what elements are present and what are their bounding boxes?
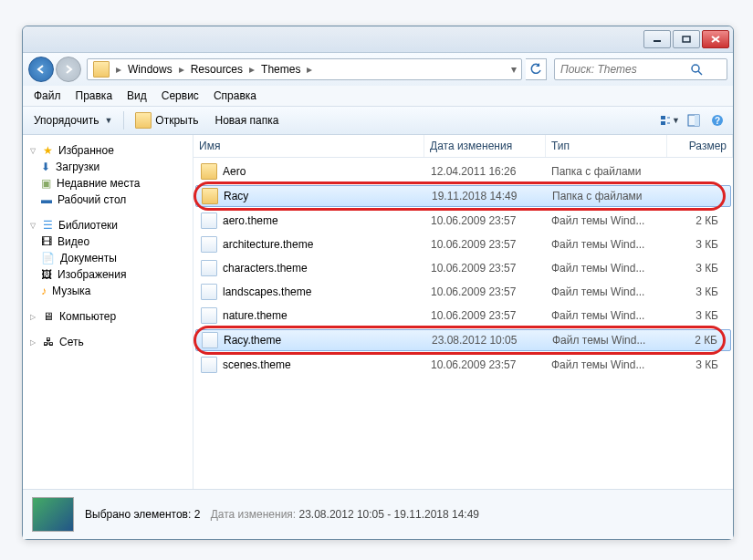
organize-label: Упорядочить: [34, 114, 99, 127]
sidebar-item-label: Компьютер: [59, 310, 116, 323]
menu-help[interactable]: Справка: [206, 88, 264, 104]
file-row[interactable]: nature.theme10.06.2009 23:57Файл темы Wi…: [195, 306, 731, 326]
svg-rect-11: [695, 115, 699, 126]
minimize-button[interactable]: [643, 30, 671, 48]
file-date: 10.06.2009 23:57: [425, 358, 546, 371]
file-icon: [201, 307, 217, 324]
file-icon: [202, 332, 218, 348]
file-size: 2 КБ: [667, 334, 730, 347]
file-row[interactable]: architecture.theme10.06.2009 23:57Файл т…: [195, 234, 731, 254]
sidebar-network[interactable]: ▷🖧Сеть: [25, 334, 191, 350]
chevron-right-icon: ▸: [304, 63, 315, 76]
collapse-icon: ▽: [30, 222, 37, 230]
sidebar-item-label: Загрузки: [56, 161, 99, 173]
search-box[interactable]: [554, 58, 727, 80]
sidebar-item-label: Сеть: [59, 336, 84, 348]
sidebar-item-recent[interactable]: ▣Недавние места: [25, 175, 191, 192]
file-row[interactable]: landscapes.theme10.06.2009 23:57Файл тем…: [195, 282, 731, 302]
preview-pane-button[interactable]: [684, 110, 704, 130]
view-options-button[interactable]: ▼: [660, 110, 680, 130]
menu-view[interactable]: Вид: [120, 88, 154, 104]
file-icon: [201, 357, 217, 373]
folder-open-icon: [135, 112, 152, 129]
chevron-down-icon[interactable]: ▾: [508, 63, 519, 76]
open-button[interactable]: Открыть: [130, 110, 204, 130]
open-label: Открыть: [155, 114, 198, 127]
svg-rect-6: [661, 116, 665, 119]
column-type[interactable]: Тип: [546, 135, 667, 157]
breadcrumb-themes[interactable]: Themes: [257, 60, 304, 78]
collapse-icon: ▽: [30, 147, 37, 155]
file-icon: [201, 284, 217, 300]
search-icon: [690, 63, 703, 76]
file-list[interactable]: Aero12.04.2011 16:26Папка с файламиRacy1…: [193, 158, 733, 489]
sidebar-item-documents[interactable]: 📄Документы: [25, 250, 191, 266]
file-date: 23.08.2012 10:05: [426, 334, 547, 347]
back-button[interactable]: [28, 57, 54, 82]
file-date: 10.06.2009 23:57: [425, 262, 546, 275]
sidebar-favorites[interactable]: ▽★Избранное: [25, 142, 191, 159]
file-type: Файл темы Wind...: [546, 262, 666, 275]
file-name: Racy: [224, 190, 248, 202]
folder-icon: [202, 188, 218, 204]
sidebar-item-label: Библиотеки: [58, 219, 118, 232]
sidebar-libraries[interactable]: ▽☰Библиотеки: [25, 217, 191, 233]
file-date: 10.06.2009 23:57: [425, 238, 546, 251]
menu-file[interactable]: Файл: [26, 88, 68, 104]
sidebar-item-label: Недавние места: [57, 177, 140, 190]
file-row[interactable]: scenes.theme10.06.2009 23:57Файл темы Wi…: [195, 355, 731, 375]
file-name: aero.theme: [223, 214, 278, 227]
file-row[interactable]: aero.theme10.06.2009 23:57Файл темы Wind…: [195, 211, 731, 231]
sidebar-computer[interactable]: ▷🖥Компьютер: [25, 308, 191, 325]
star-icon: ★: [43, 144, 53, 157]
breadcrumb-windows[interactable]: Windows: [124, 60, 176, 78]
help-button[interactable]: ?: [707, 110, 727, 130]
file-row[interactable]: Racy.theme23.08.2012 10:05Файл темы Wind…: [195, 329, 731, 351]
new-folder-button[interactable]: Новая папка: [209, 112, 284, 129]
file-name: Racy.theme: [224, 334, 281, 347]
column-date[interactable]: Дата изменения: [424, 135, 546, 157]
maximize-button[interactable]: [673, 30, 700, 48]
file-icon: [201, 260, 217, 276]
column-headers: Имя Дата изменения Тип Размер: [193, 135, 733, 158]
file-size: 2 КБ: [666, 214, 731, 227]
file-row[interactable]: Racy19.11.2018 14:49Папка с файлами: [195, 185, 731, 207]
sidebar-item-label: Видео: [58, 235, 89, 248]
search-input[interactable]: [559, 62, 690, 77]
file-name: landscapes.theme: [223, 285, 311, 298]
organize-button[interactable]: Упорядочить▼: [28, 112, 118, 129]
close-button[interactable]: [702, 30, 729, 48]
sidebar-item-label: Избранное: [58, 144, 114, 157]
sidebar-item-music[interactable]: ♪Музыка: [25, 283, 191, 299]
expand-icon: ▷: [30, 313, 37, 321]
forward-button[interactable]: [56, 57, 81, 82]
menu-tools[interactable]: Сервис: [154, 88, 206, 104]
file-row[interactable]: Aero12.04.2011 16:26Папка с файлами: [195, 161, 731, 181]
sidebar-item-label: Музыка: [52, 285, 90, 297]
sidebar-item-label: Изображения: [58, 268, 126, 281]
sidebar-item-images[interactable]: 🖼Изображения: [25, 266, 191, 283]
file-size: 3 КБ: [666, 309, 731, 322]
file-type: Файл темы Wind...: [546, 358, 666, 371]
sidebar-item-label: Рабочий стол: [58, 193, 126, 206]
file-date: 19.11.2018 14:49: [426, 190, 547, 202]
music-icon: ♪: [41, 285, 47, 297]
chevron-right-icon: ▸: [113, 63, 124, 76]
sidebar-item-video[interactable]: 🎞Видео: [25, 233, 191, 250]
address-bar[interactable]: ▸ Windows ▸ Resources ▸ Themes ▸ ▾: [87, 58, 522, 80]
file-type: Папка с файлами: [547, 190, 667, 202]
navigation-sidebar: ▽★Избранное ⬇Загрузки ▣Недавние места ▬Р…: [23, 135, 193, 489]
sidebar-item-desktop[interactable]: ▬Рабочий стол: [25, 192, 191, 208]
titlebar: [23, 26, 733, 53]
sidebar-item-downloads[interactable]: ⬇Загрузки: [25, 159, 191, 175]
column-size[interactable]: Размер: [667, 135, 733, 157]
file-row[interactable]: characters.theme10.06.2009 23:57Файл тем…: [195, 258, 731, 278]
status-date-label: Дата изменения:: [211, 508, 297, 521]
refresh-button[interactable]: [526, 58, 547, 80]
menu-edit[interactable]: Правка: [68, 88, 120, 104]
file-date: 10.06.2009 23:57: [425, 214, 546, 227]
recent-icon: ▣: [41, 177, 51, 190]
column-name[interactable]: Имя: [193, 135, 424, 157]
breadcrumb-resources[interactable]: Resources: [187, 60, 246, 78]
image-icon: 🖼: [41, 268, 52, 281]
